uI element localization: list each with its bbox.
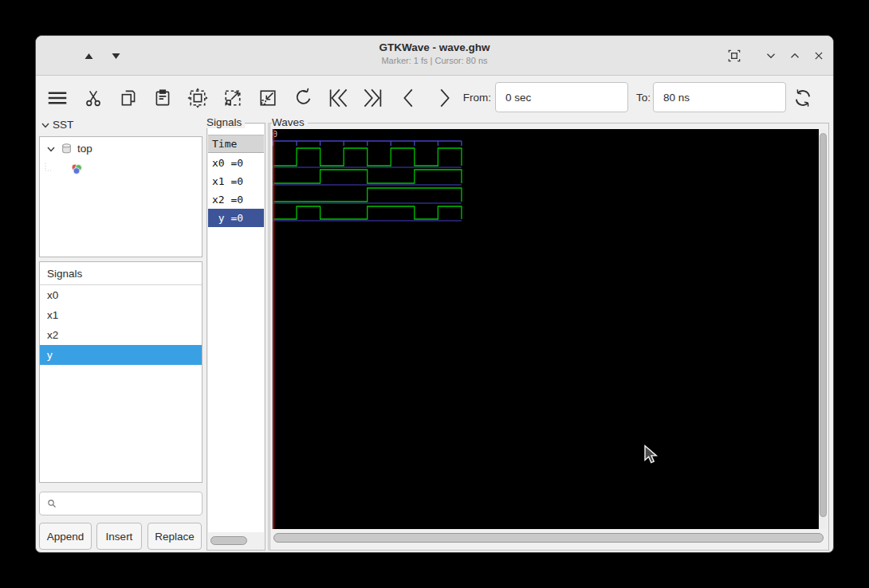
waves-frame: 0 [269,123,829,551]
window-subtitle: Marker: 1 fs | Cursor: 80 ns [36,56,833,65]
testbench-icon [70,163,83,175]
skip-to-end-icon [361,86,385,110]
wave-canvas[interactable]: 0 [272,129,819,529]
from-input[interactable] [495,82,628,112]
signal-list-hscrollbar[interactable] [210,536,247,545]
window-lower-button[interactable] [760,45,782,67]
zoom-fit-button[interactable] [184,84,211,112]
expander-right-icon [57,164,66,174]
signal-row-x2[interactable]: x2 =0 [208,190,264,209]
signal-browser-item-x2[interactable]: x2 [40,325,202,345]
from-label: From: [461,92,491,104]
wave-vscrollbar[interactable] [820,133,827,517]
triangle-down-icon [112,53,120,60]
chevron-right-icon [432,86,456,110]
signal-list-frame-label: Signals [206,116,245,128]
sst-tree-panel: top quine20250125testbenc [39,136,203,257]
zoom-fit-icon [187,87,209,109]
paste-button[interactable] [149,84,176,112]
expander-down-icon [46,144,56,154]
sst-expander[interactable]: SST [41,119,73,131]
tree-item-label: top [77,143,92,155]
reload-button[interactable] [789,84,816,112]
shade-down-button[interactable] [104,45,127,67]
shade-up-button[interactable] [77,45,100,67]
signal-browser-header: Signals [40,262,202,285]
skip-to-start-button[interactable] [324,84,352,112]
zoom-in-icon [222,87,244,109]
time-header[interactable]: Time [208,135,264,153]
toolbar: From: To: [36,76,833,120]
wave-hscrollbar[interactable] [273,533,824,543]
maximize-icon [726,48,742,64]
undo-icon [292,87,314,109]
cut-button[interactable] [80,84,107,112]
search-input[interactable] [57,492,202,515]
title-block: GTKWave - wave.ghw Marker: 1 fs | Cursor… [36,41,833,65]
close-button[interactable] [808,45,830,67]
gtkwave-window: GTKWave - wave.ghw Marker: 1 fs | Cursor… [35,35,834,553]
to-label: To: [633,92,651,104]
skip-to-end-button[interactable] [360,84,387,112]
replace-button[interactable]: Replace [147,523,202,550]
module-icon [61,143,73,155]
signal-row-y[interactable]: y =0 [208,209,264,227]
zoom-out-button[interactable] [254,84,281,112]
tree-branch-line [41,163,51,174]
tree-item-label: quine20250125testbenc [87,163,202,174]
skip-to-start-icon [326,86,350,110]
chevron-down-icon [764,49,778,63]
sst-tree-item-top[interactable]: top [43,139,202,159]
window-title: GTKWave - wave.ghw [36,41,833,53]
window-raise-button[interactable] [784,45,806,67]
wave-vscrollbar-track[interactable] [819,129,827,529]
next-edge-button[interactable] [431,84,458,112]
zoom-out-icon [257,87,279,109]
maximize-button[interactable] [723,45,745,67]
signal-row-x0[interactable]: x0 =0 [208,154,264,172]
triangle-up-icon [85,53,93,60]
sst-tree-item-testbench[interactable]: quine20250125testbenc [40,159,202,178]
prev-edge-button[interactable] [395,84,423,112]
titlebar[interactable]: GTKWave - wave.ghw Marker: 1 fs | Cursor… [36,36,833,76]
reload-icon [792,87,814,109]
signal-list-body: Time x0 =0 x1 =0 x2 =0 y =0 [208,124,264,532]
signal-browser-item-x0[interactable]: x0 [40,285,202,305]
signal-search[interactable] [39,492,203,515]
append-button[interactable]: Append [39,523,92,550]
copy-icon [118,88,139,108]
signal-browser-panel: Signals x0 x1 x2 y [39,261,203,483]
waveform-display: 0 [272,129,819,529]
expander-down-icon [41,120,50,130]
to-input[interactable] [653,82,786,112]
waves-frame-label: Waves [272,116,308,128]
signal-browser-item-x1[interactable]: x1 [40,305,202,325]
sst-header-label: SST [53,119,73,131]
search-icon [47,497,57,510]
chevron-left-icon [397,86,421,110]
chevron-up-icon [788,49,802,63]
menu-button[interactable] [44,84,71,112]
copy-button[interactable] [115,84,142,112]
close-icon [812,49,826,63]
signal-list-frame: Time x0 =0 x1 =0 x2 =0 y =0 [206,123,265,551]
signal-row-x1[interactable]: x1 =0 [208,172,264,190]
undo-button[interactable] [289,84,317,112]
menu-icon [45,86,69,110]
pane-splitter[interactable] [268,123,269,551]
paste-icon [152,88,173,108]
insert-button[interactable]: Insert [96,523,142,550]
cut-icon [83,88,104,108]
signal-browser-item-y[interactable]: y [40,345,202,365]
zoom-in-button[interactable] [219,84,246,112]
